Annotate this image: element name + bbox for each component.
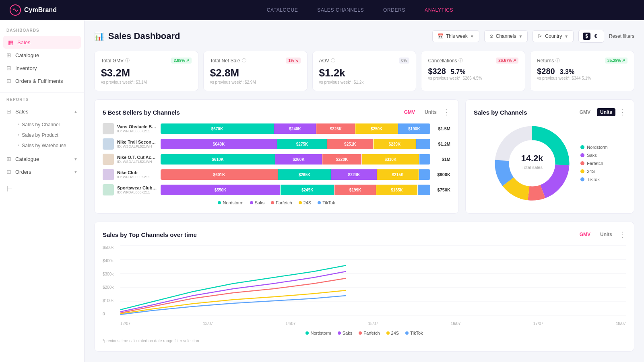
bs-legend-item-4: TikTok <box>318 200 335 205</box>
x-label-0: 12/07 <box>120 321 130 326</box>
line-chart-title: Sales by Top Channels over time <box>103 231 197 238</box>
sidebar-sales-by-warehouse[interactable]: Sales by Warehouse <box>0 140 84 151</box>
bar-segments-4: $550K$245K$199K$185K <box>161 185 430 195</box>
bar-segment-1-2: $251K <box>327 139 373 149</box>
sales-channels-title: Sales by Channels <box>474 109 527 116</box>
kpi-gmv-title: Total GMV ⓘ <box>101 58 130 64</box>
bar-segment-4-4 <box>418 185 430 195</box>
sidebar-reports-orders[interactable]: ⊡ Orders ▼ <box>0 165 84 178</box>
net-info-icon[interactable]: ⓘ <box>242 58 246 64</box>
x-label-2: 14/07 <box>285 321 295 326</box>
sidebar-sales-by-product[interactable]: Sales by Product <box>0 130 84 140</box>
bar-segment-4-1: $245K <box>281 185 334 195</box>
y-label-1: $400k <box>103 259 119 263</box>
kpi-net-sub: vs previous week*: $2.9M <box>210 80 301 84</box>
sales-subitems: Sales by Channel Sales by Product Sales … <box>0 118 84 152</box>
bar-segment-1-0: $640K <box>161 139 277 149</box>
best-sellers-toggle: GMV Units ⋮ <box>401 108 450 117</box>
aov-info-icon[interactable]: ⓘ <box>331 58 335 64</box>
donut-legend-item-2: Farfetch <box>580 161 607 166</box>
bar-row-0: Vans Obstacle Back...ID: WFDAL000K211$67… <box>103 123 450 134</box>
kpi-cancel-title: Cancellations ⓘ <box>428 58 463 64</box>
sidebar-reports-sales[interactable]: ⊟ Sales ▲ <box>0 105 84 118</box>
sales-channels-more-btn[interactable]: ⋮ <box>619 108 626 117</box>
sidebar-item-orders[interactable]: ⊡ Orders & Fulfilments <box>0 74 84 87</box>
kpi-cancellations: Cancellations ⓘ 26.67% ↗ $328 5.7% vs pr… <box>421 51 525 91</box>
x-label-6: 18/07 <box>616 321 626 326</box>
y-label-2: $300k <box>103 272 119 276</box>
sidebar-sales-by-channel[interactable]: Sales by Channel <box>0 119 84 130</box>
line-units-btn[interactable]: Units <box>597 230 615 239</box>
bar-row-4: Sportswear Club Fl...ID: WFDAL000K211$55… <box>103 184 450 195</box>
dashboards-label: DASHBOARDS <box>0 28 84 36</box>
bar-row-1: Nike Trail Second S...ID: WSDALFL521WH$6… <box>103 138 450 150</box>
chevron-up-icon: ▲ <box>74 109 78 114</box>
sales-channels-gmv-btn[interactable]: GMV <box>576 108 594 116</box>
kpi-cancel-value: $328 <box>428 67 446 76</box>
bar-chart: Vans Obstacle Back...ID: WFDAL000K211$67… <box>103 123 450 195</box>
channel-filter[interactable]: ⊙ Channels ▼ <box>484 30 528 42</box>
top-nav: CymBrand CATALOGUE SALES CHANNELS ORDERS… <box>0 0 644 20</box>
line-more-btn[interactable]: ⋮ <box>619 230 626 239</box>
best-sellers-legend: NordstormSaksFarfetch24STikTok <box>103 200 450 205</box>
bs-legend-item-3: 24S <box>299 200 312 205</box>
nav-sales-channels[interactable]: SALES CHANNELS <box>317 7 364 13</box>
kpi-returns-sub: vs previous week*: $344 5.1% <box>537 76 627 80</box>
line-legend-item-4: TikTok <box>405 331 423 335</box>
bs-legend-item-0: Nordstorm <box>218 200 243 205</box>
sales-channels-toggle: GMV Units ⋮ <box>576 108 626 117</box>
returns-info-icon[interactable]: ⓘ <box>555 58 560 64</box>
y-axis: $500k$400k$300k$200k$100k0 <box>103 245 119 316</box>
footnote: *previous time calculated on date range … <box>103 339 626 343</box>
bar-segment-0-0: $670K <box>161 123 274 134</box>
kpi-returns-value: $280 <box>537 67 555 76</box>
product-label-1: Nike Trail Second S...ID: WSDALFL521WH <box>117 140 157 148</box>
line-chart-header: Sales by Top Channels over time GMV Unit… <box>103 230 626 239</box>
brand-logo[interactable]: CymBrand <box>10 4 57 16</box>
product-img-1 <box>103 138 114 150</box>
bar-row-3: Nike ClubID: WFDAL000K211$601K$265K$224K… <box>103 169 450 180</box>
kpi-aov-sub: vs previous week*: $1.2k <box>319 80 410 84</box>
cancel-info-icon[interactable]: ⓘ <box>458 58 463 64</box>
sidebar-reports-catalogue[interactable]: ⊞ Catalogue ▼ <box>0 152 84 165</box>
date-filter[interactable]: 📅 This week ▼ <box>432 30 479 42</box>
x-label-3: 15/07 <box>368 321 378 326</box>
best-sellers-more-btn[interactable]: ⋮ <box>443 108 450 117</box>
bar-segment-2-4 <box>419 154 430 165</box>
best-sellers-gmv-btn[interactable]: GMV <box>401 108 418 116</box>
nav-analytics[interactable]: ANALYTICS <box>425 7 453 13</box>
product-img-3 <box>103 169 114 180</box>
page-title-area: 📊 Sales Dashboard <box>94 31 180 41</box>
sidebar-divider <box>0 92 84 93</box>
dashboard-icon: 📊 <box>94 31 104 41</box>
best-sellers-units-btn[interactable]: Units <box>421 108 440 116</box>
gmv-info-icon[interactable]: ⓘ <box>125 58 130 64</box>
kpi-aov-title: AOV ⓘ <box>319 58 335 64</box>
sales-channels-units-btn[interactable]: Units <box>597 108 615 116</box>
bar-segment-2-3: $310K <box>362 154 419 165</box>
best-sellers-card: 5 Best Sellers by Channels GMV Units ⋮ V… <box>94 99 459 214</box>
kpi-cancel-sub: vs previous week*: $286 4.5% <box>428 76 518 80</box>
sidebar-item-catalogue[interactable]: ⊞ Catalogue <box>0 49 84 62</box>
bar-segment-3-4 <box>419 169 430 180</box>
orders-icon: ⊡ <box>6 78 11 84</box>
bar-segment-2-1: $260K <box>275 154 322 165</box>
kpi-net-badge: 1% ↘ <box>286 58 300 64</box>
line-gmv-btn[interactable]: GMV <box>576 230 594 239</box>
donut-legend-item-0: Nordstorm <box>580 145 607 150</box>
sidebar-item-sales[interactable]: ▦ Sales <box>3 36 81 49</box>
eur-button[interactable]: € <box>592 33 600 40</box>
country-filter[interactable]: 🏳 Country ▼ <box>533 30 574 42</box>
sidebar-item-inventory[interactable]: ⊟ Inventory <box>0 62 84 74</box>
sales-channels-header: Sales by Channels GMV Units ⋮ <box>474 108 626 117</box>
nav-orders[interactable]: ORDERS <box>383 7 405 13</box>
usd-button[interactable]: $ <box>583 33 590 40</box>
svg-text:Total sales: Total sales <box>522 165 543 170</box>
reset-filters-button[interactable]: Reset filters <box>609 33 634 39</box>
sidebar-collapse-icon[interactable]: ⊢ <box>6 185 13 193</box>
nav-catalogue[interactable]: CATALOGUE <box>267 7 298 13</box>
best-sellers-header: 5 Best Sellers by Channels GMV Units ⋮ <box>103 108 450 117</box>
bs-legend-item-1: Saks <box>250 200 264 205</box>
reports-orders-icon: ⊡ <box>6 169 11 175</box>
bar-segment-1-4 <box>416 139 430 149</box>
